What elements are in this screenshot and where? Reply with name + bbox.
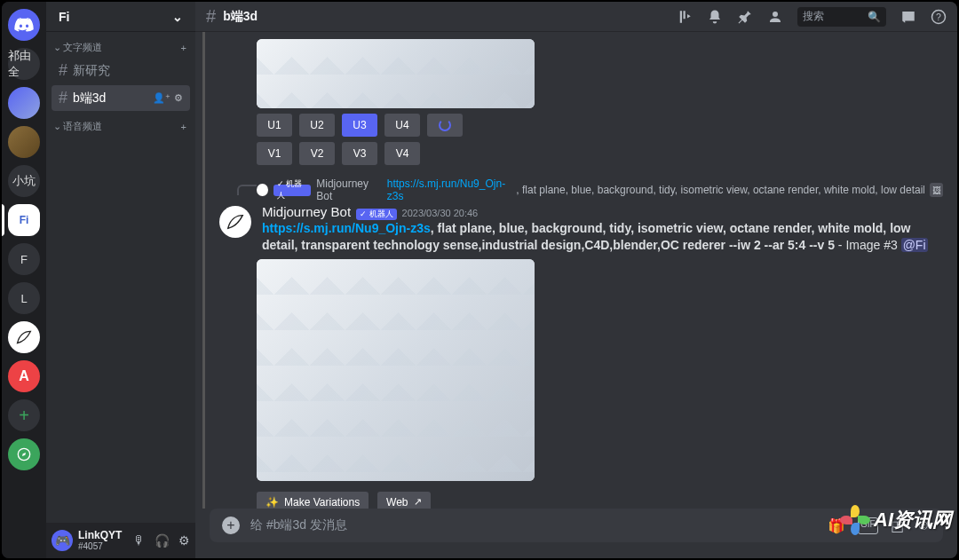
u1-button[interactable]: U1 (257, 114, 292, 137)
u3-button[interactable]: U3 (342, 114, 377, 137)
u4-button[interactable]: U4 (384, 114, 420, 137)
server-item[interactable] (8, 321, 40, 353)
category-voice[interactable]: ⌄ 语音频道 + (52, 111, 190, 135)
svg-text:?: ? (936, 11, 941, 21)
server-list: 祁由全 小坑 Fi F L A + (2, 2, 46, 558)
gear-icon[interactable]: ⚙ (174, 92, 183, 104)
channel-item[interactable]: # 新研究 (52, 58, 190, 83)
prompt-link[interactable]: https://s.mj.run/Nu9_Ojn-z3s (262, 221, 431, 235)
message-input-area: + 给 #b端3d 发消息 🎁 GIF ◰ ☺ (195, 509, 957, 558)
search-input[interactable]: 搜索 🔍 (797, 7, 886, 27)
v2-button[interactable]: V2 (299, 142, 335, 165)
sparkle-icon: ✨ (266, 496, 279, 509)
explore-button[interactable] (8, 438, 40, 470)
hash-icon: # (59, 61, 67, 80)
server-item[interactable]: 祁由全 (8, 48, 40, 80)
reply-avatar (257, 184, 268, 196)
server-item[interactable] (8, 126, 40, 158)
gift-icon[interactable]: 🎁 (828, 517, 845, 534)
refresh-button[interactable] (427, 114, 463, 137)
avatar[interactable]: 🎮 (52, 530, 73, 551)
message-content: https://s.mj.run/Nu9_Ojn-z3s, flat plane… (262, 220, 943, 254)
reply-text: , flat plane, blue, background, tidy, is… (516, 184, 924, 196)
bot-tag: ✓ 机器人 (273, 185, 311, 196)
mute-icon[interactable]: 🎙︎ (133, 533, 146, 548)
bot-tag: ✓ 机器人 (356, 209, 397, 220)
chevron-down-icon: ⌄ (53, 42, 61, 53)
v1-button[interactable]: V1 (257, 142, 292, 165)
help-icon[interactable]: ? (931, 9, 947, 25)
server-item[interactable]: 小坑 (8, 165, 40, 197)
image-attachment[interactable] (257, 259, 535, 481)
threads-icon[interactable] (677, 9, 693, 25)
inbox-icon[interactable] (900, 9, 916, 25)
server-item[interactable]: L (8, 282, 40, 314)
invite-icon[interactable]: 👤⁺ (153, 92, 170, 104)
image-icon: 🖼 (930, 183, 943, 197)
settings-icon[interactable]: ⚙ (178, 533, 190, 548)
message-input[interactable]: + 给 #b端3d 发消息 🎁 GIF ◰ ☺ (210, 509, 943, 542)
server-item-active[interactable]: Fi (8, 204, 40, 236)
attach-button[interactable]: + (222, 517, 240, 534)
gif-icon[interactable]: GIF (858, 517, 878, 534)
input-placeholder: 给 #b端3d 发消息 (250, 517, 817, 533)
channel-item-active[interactable]: # b端3d 👤⁺ ⚙ (52, 85, 190, 111)
message-list: U1 U2 U3 U4 V1 V2 V3 V4 ✓ 机器人 (202, 32, 957, 509)
external-link-icon: ↗ (414, 496, 422, 508)
server-item[interactable]: F (8, 243, 40, 275)
sticker-icon[interactable]: ◰ (891, 517, 904, 534)
v3-button[interactable]: V3 (342, 142, 377, 165)
message-author[interactable]: Midjourney Bot (262, 204, 351, 219)
search-icon: 🔍 (868, 11, 881, 23)
mention[interactable]: @Fi (901, 238, 928, 252)
channel-title: b端3d (223, 9, 670, 25)
server-header[interactable]: Fi ⌄ (46, 2, 195, 32)
v4-button[interactable]: V4 (384, 142, 420, 165)
reply-author: Midjourney Bot (316, 177, 381, 202)
server-item[interactable] (8, 87, 40, 119)
user-panel: 🎮 LinkQYT #4057 🎙︎ 🎧 ⚙ (46, 523, 195, 558)
avatar[interactable] (219, 206, 251, 238)
u2-button[interactable]: U2 (299, 114, 335, 137)
members-icon[interactable] (767, 9, 783, 25)
server-name: Fi (59, 10, 69, 24)
notification-icon[interactable] (707, 9, 723, 25)
add-channel-icon[interactable]: + (181, 43, 186, 53)
discord-home-icon[interactable] (8, 9, 40, 41)
main-area: # b端3d 搜索 🔍 ? U1 U2 (195, 2, 957, 558)
make-variations-button[interactable]: ✨Make Variations (257, 492, 369, 509)
deafen-icon[interactable]: 🎧 (155, 533, 170, 548)
timestamp: 2023/03/30 20:46 (402, 208, 479, 218)
chevron-down-icon: ⌄ (172, 10, 183, 24)
refresh-icon (439, 119, 451, 131)
reply-reference[interactable]: ✓ 机器人 Midjourney Bot https://s.mj.run/Nu… (257, 177, 943, 202)
category-text[interactable]: ⌄ 文字频道 + (52, 32, 190, 56)
add-channel-icon[interactable]: + (181, 122, 186, 132)
pin-icon[interactable] (737, 9, 753, 25)
emoji-icon[interactable]: ☺ (916, 517, 931, 534)
reply-link: https://s.mj.run/Nu9_Ojn-z3s (387, 177, 511, 202)
user-info[interactable]: LinkQYT #4057 (78, 530, 128, 551)
channel-header: # b端3d 搜索 🔍 ? (195, 2, 957, 32)
server-item[interactable]: A (8, 360, 40, 392)
add-server-button[interactable]: + (8, 399, 40, 431)
channel-panel: Fi ⌄ ⌄ 文字频道 + # 新研究 # b端3d 👤⁺ ⚙ ⌄ 语音频道 (46, 2, 195, 558)
hash-icon: # (206, 6, 216, 27)
web-button[interactable]: Web↗ (377, 492, 430, 509)
image-attachment[interactable] (257, 39, 535, 108)
hash-icon: # (59, 89, 67, 107)
chevron-down-icon: ⌄ (53, 121, 61, 132)
